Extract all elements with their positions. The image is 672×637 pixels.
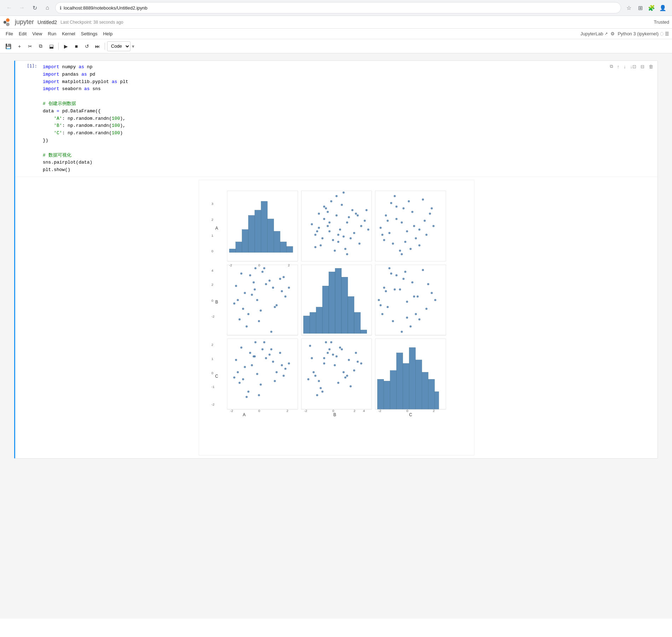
svg-text:2: 2 xyxy=(211,283,213,287)
svg-point-99 xyxy=(431,207,433,210)
svg-point-220 xyxy=(349,385,351,387)
code-cell: ⧉ ↑ ↓ ↓⊡ ⊟ 🗑 [1]: import numpy as np imp… xyxy=(14,60,658,459)
forward-button[interactable]: → xyxy=(17,3,27,13)
svg-point-180 xyxy=(281,364,283,366)
profile-button[interactable]: 👤 xyxy=(658,3,668,13)
paste-button[interactable]: ⬓ xyxy=(46,41,56,51)
svg-rect-138 xyxy=(341,277,347,334)
svg-point-75 xyxy=(383,239,385,241)
svg-point-83 xyxy=(409,248,411,250)
svg-point-42 xyxy=(339,229,341,231)
restart-button[interactable]: ↺ xyxy=(82,41,92,51)
svg-point-79 xyxy=(418,244,420,246)
svg-point-92 xyxy=(381,234,383,236)
svg-point-48 xyxy=(311,223,313,225)
svg-text:B: B xyxy=(333,412,336,417)
kernel-menu-icon[interactable]: ☰ xyxy=(665,31,669,36)
svg-text:0: 0 xyxy=(211,249,213,253)
svg-rect-232 xyxy=(384,381,390,409)
cell-download-button[interactable]: ↓⊡ xyxy=(629,63,638,70)
stop-button[interactable]: ■ xyxy=(71,41,81,51)
svg-point-149 xyxy=(390,272,392,275)
cell-code[interactable]: import numpy as np import pandas as pd i… xyxy=(40,61,658,177)
svg-point-126 xyxy=(288,287,290,289)
cell-format-button[interactable]: ⊟ xyxy=(639,63,646,70)
svg-point-56 xyxy=(316,230,318,232)
svg-point-173 xyxy=(261,348,263,350)
cell-type-select[interactable]: Code xyxy=(107,41,130,51)
save-button[interactable]: 💾 xyxy=(3,41,14,51)
svg-point-161 xyxy=(406,317,408,319)
svg-point-204 xyxy=(339,347,341,349)
svg-point-212 xyxy=(328,348,331,350)
svg-point-125 xyxy=(258,320,260,322)
svg-point-87 xyxy=(415,237,417,240)
star-button[interactable]: ☆ xyxy=(624,3,634,13)
cell-move-down-button[interactable]: ↓ xyxy=(622,63,627,70)
cell-move-up-button[interactable]: ↑ xyxy=(616,63,621,70)
svg-rect-231 xyxy=(377,379,384,409)
pairplot-svg: .axis-label { font: 12px sans-serif; fil… xyxy=(199,180,474,455)
add-cell-button[interactable]: + xyxy=(14,41,24,51)
menu-edit[interactable]: Edit xyxy=(16,30,29,38)
trusted-label[interactable]: Trusted xyxy=(654,19,669,25)
svg-point-39 xyxy=(332,239,334,241)
svg-text:-1: -1 xyxy=(211,385,214,389)
svg-text:-2: -2 xyxy=(230,409,233,413)
svg-rect-139 xyxy=(347,296,354,334)
svg-point-90 xyxy=(404,241,406,243)
svg-point-162 xyxy=(431,292,433,294)
svg-point-169 xyxy=(385,290,387,292)
svg-text:2: 2 xyxy=(288,263,290,267)
svg-rect-14 xyxy=(242,230,248,253)
svg-point-160 xyxy=(388,267,390,269)
svg-point-144 xyxy=(402,278,404,280)
svg-text:2: 2 xyxy=(211,218,213,222)
svg-point-192 xyxy=(236,371,239,373)
menu-run[interactable]: Run xyxy=(45,30,59,38)
restart-run-button[interactable]: ⏭ xyxy=(93,41,103,51)
kernel-settings-icon[interactable]: ⚙ xyxy=(610,31,615,36)
back-button[interactable]: ← xyxy=(4,3,14,13)
refresh-button[interactable]: ↻ xyxy=(30,3,40,13)
svg-text:B: B xyxy=(215,300,218,305)
home-button[interactable]: ⌂ xyxy=(42,3,52,13)
svg-point-187 xyxy=(245,396,247,398)
browser-chrome: ← → ↻ ⌂ ℹ ☆ ⊞ 🧩 👤 xyxy=(0,0,672,16)
menu-help[interactable]: Help xyxy=(100,30,116,38)
svg-rect-13 xyxy=(235,242,242,253)
svg-point-155 xyxy=(395,274,397,276)
svg-point-110 xyxy=(238,318,240,320)
menu-kernel[interactable]: Kernel xyxy=(59,30,78,38)
svg-point-76 xyxy=(429,213,431,215)
browser-actions: ☆ ⊞ 🧩 👤 xyxy=(624,3,668,13)
svg-point-50 xyxy=(347,216,350,218)
run-button[interactable]: ▶ xyxy=(61,41,71,51)
notebook-title[interactable]: Untitled2 xyxy=(37,19,57,25)
cell-copy-button[interactable]: ⧉ xyxy=(608,63,614,70)
cut-button[interactable]: ✂ xyxy=(25,41,35,51)
svg-point-70 xyxy=(335,195,338,197)
menu-settings[interactable]: Settings xyxy=(78,30,100,38)
svg-text:C: C xyxy=(215,374,218,379)
svg-point-151 xyxy=(399,288,401,290)
url-input[interactable] xyxy=(64,5,617,11)
jupyterlab-link[interactable]: JupyterLab ↗ xyxy=(580,31,608,36)
cell-prompt: [1]: xyxy=(15,61,40,177)
menu-view[interactable]: View xyxy=(29,30,45,38)
extensions-button[interactable]: 🧩 xyxy=(647,3,656,13)
svg-rect-137 xyxy=(335,268,341,334)
svg-point-130 xyxy=(253,288,256,290)
menu-file[interactable]: File xyxy=(3,30,16,38)
svg-point-217 xyxy=(344,377,346,379)
svg-point-156 xyxy=(425,308,427,310)
copy-button[interactable]: ⧉ xyxy=(36,41,46,51)
cell-type-dropdown-icon[interactable]: ▾ xyxy=(132,43,134,49)
svg-point-55 xyxy=(340,204,343,206)
svg-point-33 xyxy=(325,207,327,210)
svg-point-159 xyxy=(401,331,403,333)
cell-delete-button[interactable]: 🗑 xyxy=(647,63,655,70)
svg-text:2: 2 xyxy=(286,409,288,413)
tab-search-button[interactable]: ⊞ xyxy=(635,3,645,13)
svg-point-203 xyxy=(314,375,316,377)
